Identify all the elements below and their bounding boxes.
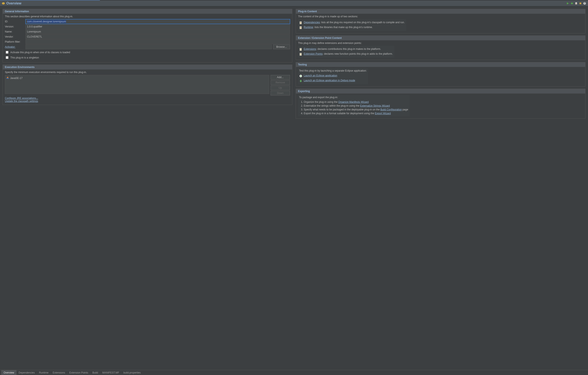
svg-rect-2 (4, 3, 5, 4)
help-icon[interactable]: ? (583, 2, 586, 5)
svg-point-4 (571, 2, 573, 4)
svg-rect-9 (579, 2, 581, 4)
page-icon (299, 26, 303, 29)
activator-label-link[interactable]: Activator: (5, 45, 24, 48)
tab-dependencies[interactable]: Dependencies (16, 370, 37, 375)
list-item: JavaSE-17 (6, 76, 268, 80)
tab-manifest[interactable]: MANIFEST.MF (100, 370, 121, 375)
extension-content-title: Extension / Extension Point Content (296, 36, 585, 40)
run-icon (299, 74, 303, 78)
name-field[interactable] (26, 29, 290, 34)
svg-rect-1 (2, 3, 2, 4)
plugin-content-title: Plug-in Content (296, 9, 585, 14)
general-info-desc: This section describes general informati… (5, 15, 290, 18)
runtime-link[interactable]: Runtime (304, 26, 313, 29)
exec-env-panel: Execution Environments Specify the minim… (2, 65, 292, 105)
dependencies-text: Dependencies: lists all the plug-ins req… (304, 21, 405, 24)
add-button[interactable]: Add... (271, 75, 290, 80)
svg-rect-13 (7, 77, 8, 78)
exec-env-desc: Specify the minimum execution environmen… (5, 71, 290, 74)
extensions-text: Extensions: declares contributions this … (304, 48, 393, 51)
list-item: Specify what needs to be packaged in the… (304, 108, 408, 112)
externalize-strings-link[interactable]: Externalize Strings Wizard (360, 104, 390, 107)
deploy-icon[interactable] (579, 2, 582, 5)
export-wizard-link[interactable]: Export Wizard (375, 112, 391, 115)
svg-rect-14 (300, 21, 302, 24)
id-label: ID: (5, 20, 24, 23)
name-label: Name: (5, 30, 24, 33)
runtime-text: Runtime: lists the libraries that make u… (304, 26, 405, 29)
id-field[interactable] (26, 19, 290, 24)
vendor-field[interactable] (26, 34, 290, 39)
platform-filter-field[interactable] (26, 40, 290, 44)
exec-env-item-label: JavaSE-17 (10, 77, 23, 80)
editor-header: Overview ? (0, 0, 588, 6)
activator-field[interactable] (26, 44, 272, 49)
svg-rect-24 (300, 53, 302, 55)
export-list: Organize the plug-in using the Organize … (299, 100, 408, 115)
svg-point-28 (300, 80, 302, 82)
configure-jre-link[interactable]: Configure JRE associations... (5, 97, 38, 100)
dependencies-link[interactable]: Dependencies (304, 21, 320, 24)
plugin-content-desc: The content of the plug-in is made up of… (298, 15, 583, 18)
tab-extension-points[interactable]: Extension Points (67, 370, 90, 375)
platform-filter-label: Platform filter: (5, 40, 24, 43)
extension-desc: This plug-in may define extensions and e… (298, 42, 583, 44)
general-info-panel: General Information This section describ… (2, 9, 292, 62)
content-area: General Information This section describ… (0, 6, 588, 370)
exporting-desc: To package and export the plug-in: (299, 96, 408, 99)
tab-runtime[interactable]: Runtime (37, 370, 51, 375)
extension-points-link[interactable]: Extension Points (304, 52, 323, 55)
activate-checkbox-label: Activate this plug-in when one of its cl… (10, 51, 70, 54)
testing-panel: Testing Test this plug-in by launching a… (296, 62, 586, 87)
svg-rect-0 (2, 2, 4, 4)
debug-icon (299, 79, 303, 83)
debug-icon[interactable] (570, 2, 574, 5)
page-icon (299, 48, 303, 51)
vendor-label: Vendor: (5, 35, 24, 38)
testing-title: Testing (296, 62, 585, 67)
svg-rect-18 (300, 26, 302, 29)
debug-link[interactable]: Launch an Eclipse application in Debug m… (304, 79, 355, 82)
singleton-checkbox[interactable] (6, 56, 9, 59)
page-title: Overview (6, 1, 566, 5)
version-field[interactable] (26, 24, 290, 29)
right-column: Plug-in Content The content of the plug-… (296, 9, 586, 367)
header-toolbar: ? (566, 2, 586, 5)
plugin-content-panel: Plug-in Content The content of the plug-… (296, 9, 586, 33)
svg-rect-12 (6, 78, 9, 79)
extensions-link[interactable]: Extensions (304, 48, 316, 51)
testing-desc: Test this plug-in by launching a separat… (299, 69, 367, 72)
singleton-checkbox-label: This plug-in is a singleton (10, 56, 39, 59)
tab-extensions[interactable]: Extensions (51, 370, 67, 375)
exec-env-list[interactable]: JavaSE-17 (5, 75, 269, 94)
remove-button[interactable]: Remove (271, 80, 290, 85)
svg-text:?: ? (584, 2, 585, 5)
tab-build-properties[interactable]: build.properties (121, 370, 143, 375)
exporting-panel: Exporting To package and export the plug… (296, 89, 586, 119)
plugin-icon (2, 2, 5, 5)
tab-build[interactable]: Build (90, 370, 100, 375)
list-item: Externalize the strings within the plug-… (304, 104, 408, 108)
page-icon (299, 52, 303, 56)
tab-overview[interactable]: Overview (1, 370, 16, 375)
launch-link[interactable]: Launch an Eclipse application (304, 74, 337, 77)
left-column: General Information This section describ… (2, 9, 292, 367)
jre-icon (6, 76, 9, 80)
list-item: Export the plug-in in a format suitable … (304, 112, 408, 115)
exporting-title: Exporting (296, 89, 585, 94)
down-button[interactable]: Down (271, 91, 290, 95)
organize-manifests-link[interactable]: Organize Manifests Wizard (338, 101, 368, 104)
extension-points-text: Extension Points: declares new function … (304, 52, 393, 55)
update-classpath-link[interactable]: Update the classpath settings (5, 100, 38, 103)
list-item: Organize the plug-in using the Organize … (304, 100, 408, 104)
up-button[interactable]: Up (271, 85, 290, 90)
page-icon (299, 21, 303, 24)
run-icon[interactable] (566, 2, 569, 5)
activate-checkbox[interactable] (6, 51, 9, 54)
browse-button[interactable]: Browse... (273, 44, 290, 49)
bottom-tabs: Overview Dependencies Runtime Extensions… (0, 370, 588, 375)
extension-content-panel: Extension / Extension Point Content This… (296, 35, 586, 60)
build-config-link[interactable]: Build Configuration (380, 108, 402, 111)
export-icon[interactable] (575, 2, 578, 5)
